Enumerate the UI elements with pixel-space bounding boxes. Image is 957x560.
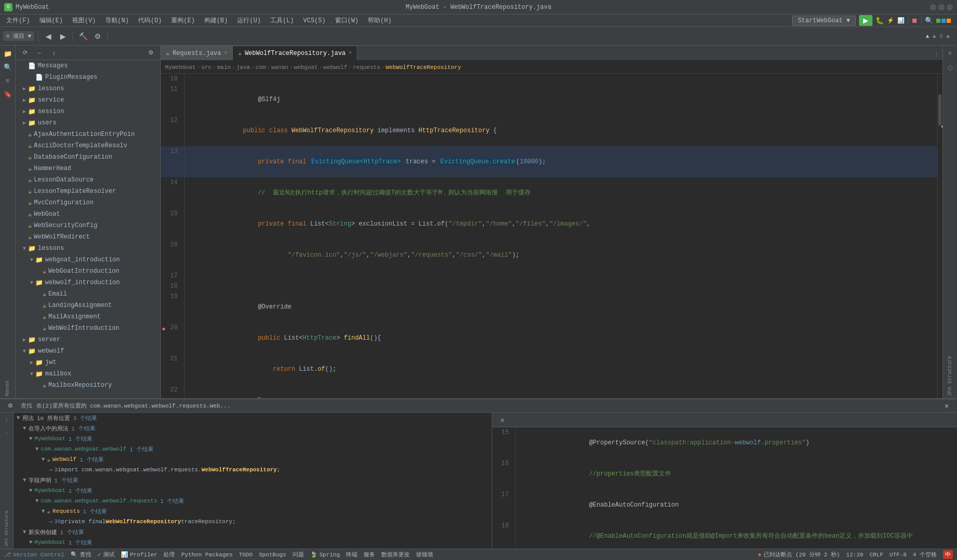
scroll-thumb[interactable]: [938, 94, 941, 125]
tree-item-hammerhead[interactable]: ☕ HammerHead: [16, 163, 160, 174]
tree-item-dbconfig[interactable]: ☕ DatabaseConfiguration: [16, 151, 160, 163]
jpa-structure-label[interactable]: JPA Structure: [947, 356, 953, 396]
bottom-settings-btn[interactable]: ⚙: [4, 400, 17, 412]
code-panel-content[interactable]: 15 @PropertySource("classpath:applicatio…: [492, 427, 958, 549]
tree-item-websecurityconfig[interactable]: ☕ WebSecurityConfig: [16, 220, 160, 231]
result-import-line[interactable]: → 3 import com.wanan.webgoat.webwolf.req…: [13, 465, 492, 475]
services-status[interactable]: 服务: [364, 551, 375, 558]
result-mywebgoat-1[interactable]: ▼ MyWebGoat 1 个结果: [13, 433, 492, 444]
db-update-status[interactable]: 数据库更改: [381, 551, 410, 558]
tree-item-lessons-folder[interactable]: ▶ 📁 lessons: [16, 83, 160, 94]
tree-item-server-folder[interactable]: ▶ 📁 server: [16, 334, 160, 345]
up-btn[interactable]: ↑: [2, 415, 12, 425]
tree-item-lessontr[interactable]: ☕ LessonTemplateResolver: [16, 186, 160, 197]
tree-item-session-folder[interactable]: ▶ 📁 session: [16, 106, 160, 117]
editor-scrollbar[interactable]: [937, 74, 942, 398]
line-ending-status[interactable]: CRLF: [869, 552, 883, 558]
project-view-button[interactable]: 📁: [2, 48, 14, 60]
project-selector[interactable]: ≡ 项目 ▼: [3, 31, 34, 41]
result-new-header[interactable]: ▼ 新实例创建 1 个结果: [13, 527, 492, 537]
menu-help[interactable]: 帮助(H): [364, 15, 396, 26]
menu-file[interactable]: 文件(F): [2, 15, 34, 26]
maven-label[interactable]: Maven: [5, 381, 10, 396]
panel-settings-btn[interactable]: ≡: [496, 414, 509, 426]
python-status[interactable]: Python Packages: [181, 552, 232, 558]
menu-vcs[interactable]: VCS(S): [299, 16, 329, 25]
result-pkg-1[interactable]: ▼ com.wanan.webgoat.webwolf 1 个结果: [13, 444, 492, 454]
result-mywebgoat-2[interactable]: ▼ MyWebGoat 1 个结果: [13, 485, 492, 496]
spring-status[interactable]: 🍃 Spring: [310, 551, 340, 558]
tree-item-landing[interactable]: ☕ LandingAssignment: [16, 300, 160, 311]
settings-tree-button[interactable]: ⚙: [145, 47, 157, 59]
coverage-button[interactable]: ⚡: [887, 17, 894, 24]
structure-button[interactable]: ≡: [2, 75, 14, 87]
collapse-button[interactable]: −: [33, 47, 46, 59]
issues-status[interactable]: 问题: [293, 551, 304, 558]
back-button[interactable]: ◀: [42, 30, 54, 43]
tab-close-requests[interactable]: ×: [224, 50, 227, 56]
tree-item-service-folder[interactable]: ▶ 📁 service: [16, 94, 160, 106]
menu-refactor[interactable]: 重构(E): [167, 15, 199, 26]
tree-item-mailbox-folder[interactable]: ▼ 📁 mailbox: [16, 368, 160, 380]
profile-button[interactable]: 📊: [897, 17, 905, 24]
tree-item-webwolf-folder[interactable]: ▼ 📁 webwolf: [16, 345, 160, 357]
result-mywebgoat-3[interactable]: ▼ MyWebGoat 1 个结果: [13, 537, 492, 548]
search-button[interactable]: 🔍: [925, 17, 933, 24]
terminal-status[interactable]: 终端: [346, 551, 357, 558]
menu-build[interactable]: 构建(B): [200, 15, 232, 26]
find-button[interactable]: 🔍: [2, 61, 14, 74]
indent-status[interactable]: 4 个空格: [913, 551, 937, 558]
hierarchy-btn[interactable]: ⬡: [945, 62, 956, 74]
result-webwolf-1[interactable]: ▼ ☕ WebWolf 1 个结果: [13, 454, 492, 465]
close-bottom-btn[interactable]: ×: [940, 400, 953, 412]
charset-status[interactable]: UTF-8: [890, 552, 907, 558]
profiler-status[interactable]: 📊 Profiler: [121, 551, 158, 558]
tree-item-webwolfintro[interactable]: ☕ WebWolfIntroduction: [16, 323, 160, 334]
ime-status[interactable]: 中: [943, 550, 953, 559]
maximize-button[interactable]: [938, 4, 945, 10]
run-button[interactable]: ▶: [859, 15, 872, 26]
stop-button[interactable]: ⏹: [911, 17, 918, 24]
result-pkg-2[interactable]: ▼ com.wanan.webgoat.webwolf.requests 1 个…: [13, 496, 492, 506]
result-requests-1[interactable]: ▼ ☕ Requests 1 个结果: [13, 506, 492, 516]
debug-button[interactable]: 🐛: [876, 17, 884, 24]
test-status[interactable]: ✓ 测试: [98, 551, 115, 558]
tree-item-mvcconfig[interactable]: ☕ MvcConfiguration: [16, 197, 160, 208]
tree-item-webgoatintro[interactable]: ☕ WebGoatIntroduction: [16, 265, 160, 277]
minimize-button[interactable]: [930, 4, 936, 10]
spotbugs-status[interactable]: SpotBugs: [259, 552, 286, 558]
close-button[interactable]: [947, 4, 953, 10]
result-field-line[interactable]: → 30 private final WebWolfTraceRepositor…: [13, 516, 492, 527]
tab-settings-button[interactable]: ⋮: [930, 48, 942, 60]
bookmarks-button[interactable]: 🔖: [2, 88, 14, 101]
down-btn[interactable]: ↓: [2, 427, 12, 438]
tree-item-lessonds[interactable]: ☕ LessonDataSource: [16, 174, 160, 186]
menu-navigate[interactable]: 导航(N): [101, 15, 133, 26]
sidebar-content[interactable]: 📄 Messages 📄 PluginMessages ▶ 📁 lessons …: [16, 60, 160, 398]
tree-item-email[interactable]: ☕ Email: [16, 288, 160, 300]
menu-code[interactable]: 代码(O): [134, 15, 166, 26]
tree-item-jwt-folder[interactable]: ▶ 📁 jwt: [16, 357, 160, 368]
sync-button[interactable]: ⟳: [19, 47, 31, 59]
tree-item-messages[interactable]: 📄 Messages: [16, 60, 160, 72]
run-config-select[interactable]: StartWebGoat ▼: [792, 16, 856, 26]
tree-item-mail[interactable]: ☕ MailAssignment: [16, 311, 160, 323]
tree-item-webgoat-intro-folder[interactable]: ▼ 📁 webgoat_introduction: [16, 254, 160, 265]
structure-panel-btn[interactable]: ≡: [945, 48, 956, 59]
tree-item-webwolf-intro-folder[interactable]: ▼ 📁 webwolf_introduction: [16, 277, 160, 288]
line-col-status[interactable]: 12:20: [846, 552, 863, 558]
debug-status[interactable]: 处理: [163, 551, 175, 558]
sort-button[interactable]: ↕: [48, 47, 60, 59]
tree-item-webgoat[interactable]: ☕ WebGoat: [16, 208, 160, 220]
build-button[interactable]: 🔨: [77, 30, 89, 43]
tree-item-webwolfredirect[interactable]: ☕ WebWolfRedirect: [16, 231, 160, 243]
menu-tools[interactable]: 工具(L): [266, 15, 298, 26]
menu-run[interactable]: 运行(U): [233, 15, 265, 26]
tab-requests[interactable]: ☕ Requests.java ×: [161, 46, 233, 60]
result-field-header[interactable]: ▼ 字段声明 1 个结果: [13, 475, 492, 485]
menu-view[interactable]: 视图(V): [68, 15, 100, 26]
tree-item-ajax[interactable]: ☕ AjaxAuthenticationEntryPoin: [16, 129, 160, 140]
menu-window[interactable]: 窗口(W): [331, 15, 363, 26]
menu-edit[interactable]: 编辑(E): [35, 15, 67, 26]
settings-button[interactable]: ⚙: [91, 30, 104, 43]
